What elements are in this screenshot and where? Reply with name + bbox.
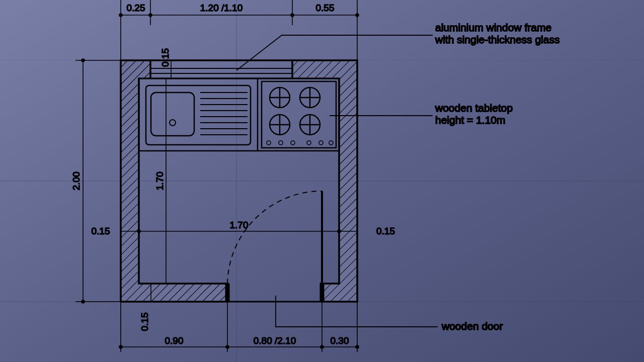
svg-point-66: [82, 300, 85, 303]
svg-point-78: [338, 230, 341, 233]
svg-rect-48: [225, 284, 229, 302]
svg-point-56: [149, 14, 152, 17]
dim-left-height: 2.00: [71, 172, 82, 191]
annotation-window-line1: aluminium window frame: [435, 22, 551, 33]
dim-bot-right: 0.30: [331, 335, 349, 346]
svg-point-58: [356, 14, 359, 17]
dim-inner-height: 1.70: [154, 172, 165, 191]
annotation-door: wooden door: [441, 320, 503, 332]
svg-point-55: [119, 14, 122, 17]
dim-wall-right: 0.15: [376, 226, 395, 236]
dim-top-mid: 1.20 /1.10: [200, 3, 243, 13]
annotation-tabletop-line1: wooden tabletop: [435, 102, 513, 114]
svg-point-87: [119, 345, 122, 348]
svg-point-57: [291, 14, 294, 17]
dim-wall-bottom: 0.15: [139, 313, 150, 331]
dim-top-right: 0.55: [316, 3, 335, 13]
svg-point-89: [320, 345, 324, 348]
annotation-tabletop-line2: height = 1.10m: [435, 114, 506, 126]
annotation-window-line2: with single-thickness glass: [435, 34, 559, 45]
cad-viewport[interactable]: 0.25 1.20 /1.10 0.55 0.15 2.00 1.70 0.15: [0, 0, 644, 362]
dim-top-left: 0.25: [127, 3, 145, 13]
dim-bot-left: 0.90: [165, 335, 184, 346]
dim-bot-mid: 0.80 /2.10: [254, 335, 296, 346]
dim-inner-width: 1.70: [230, 220, 249, 230]
svg-rect-49: [320, 284, 324, 302]
svg-point-88: [226, 345, 229, 348]
dim-wall-top: 0.15: [160, 48, 171, 67]
svg-point-90: [356, 345, 359, 348]
dim-wall-left: 0.15: [92, 226, 110, 236]
svg-point-65: [82, 59, 85, 62]
svg-point-77: [137, 230, 140, 233]
